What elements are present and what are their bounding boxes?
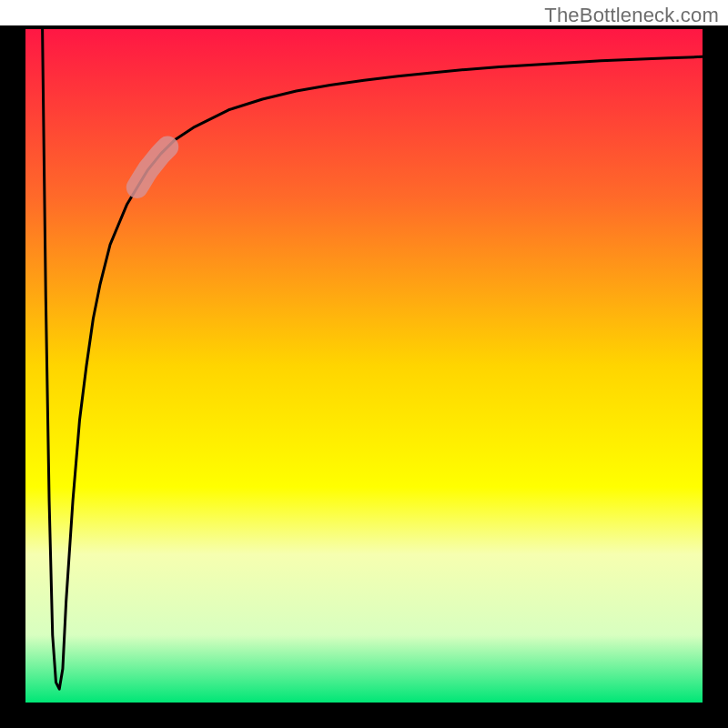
chart-root: TheBottleneck.com <box>0 0 728 728</box>
bottleneck-chart <box>0 0 728 728</box>
chart-plot-area <box>25 29 703 703</box>
